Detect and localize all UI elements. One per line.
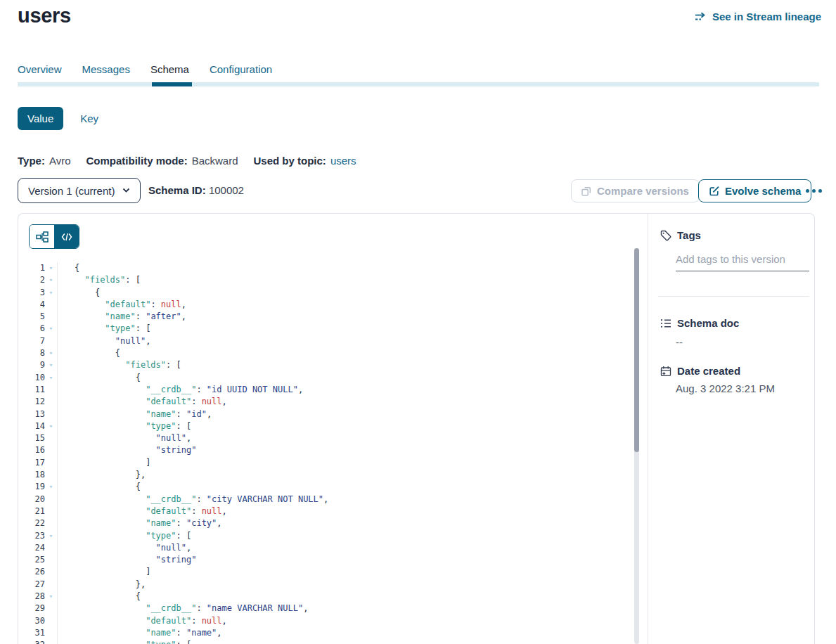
code-text[interactable]: { — [57, 591, 623, 603]
tree-view-button[interactable] — [30, 225, 54, 248]
fold-toggle-icon[interactable]: ▾ — [45, 347, 57, 359]
code-line: 23▾ "type": [ — [18, 530, 623, 542]
schema-sidebar: Tags Schema doc -- — [648, 214, 815, 644]
code-line: 20 "__crdb__": "city VARCHAR NOT NULL", — [18, 494, 623, 505]
fold-toggle-icon[interactable]: ▾ — [45, 639, 57, 644]
fold-toggle-icon[interactable]: ▾ — [45, 530, 57, 542]
code-text[interactable]: "default": null, — [57, 396, 623, 408]
code-line: 29 "__crdb__": "name VARCHAR NULL", — [18, 603, 623, 614]
code-view-button[interactable] — [54, 225, 79, 248]
code-text[interactable]: "default": null, — [57, 299, 623, 311]
line-number: 10 — [18, 372, 45, 384]
fold-spacer — [45, 432, 57, 444]
code-text[interactable]: { — [57, 372, 623, 384]
line-number: 29 — [18, 603, 45, 614]
fold-toggle-icon[interactable]: ▾ — [45, 359, 57, 371]
code-text[interactable]: }, — [57, 469, 623, 481]
schema-doc-heading-label: Schema doc — [677, 317, 739, 329]
code-text[interactable]: }, — [57, 579, 623, 591]
code-text[interactable]: ] — [57, 566, 623, 578]
line-number: 6 — [18, 323, 45, 335]
code-text[interactable]: "type": [ — [57, 530, 623, 542]
fold-spacer — [45, 335, 57, 347]
fold-spacer — [45, 554, 57, 566]
code-text[interactable]: "null", — [57, 335, 623, 347]
value-tab-button[interactable]: Value — [18, 107, 63, 130]
code-text[interactable]: "type": [ — [57, 639, 623, 644]
schema-id-value: 100002 — [209, 184, 244, 196]
code-text[interactable]: "name": "after", — [57, 311, 623, 323]
code-line: 8▾ { — [18, 347, 623, 359]
sidebar-divider — [658, 296, 809, 297]
fold-toggle-icon[interactable]: ▾ — [45, 323, 57, 335]
code-text[interactable]: "name": "city", — [57, 517, 623, 529]
code-text[interactable]: "string" — [57, 444, 623, 456]
code-text[interactable]: "type": [ — [57, 323, 623, 335]
fold-spacer — [45, 311, 57, 323]
fold-toggle-icon[interactable]: ▾ — [45, 372, 57, 384]
line-number: 24 — [18, 542, 45, 554]
line-number: 7 — [18, 335, 45, 347]
type-label: Type: — [18, 155, 45, 167]
fold-toggle-icon[interactable]: ▾ — [45, 420, 57, 432]
line-number: 3 — [18, 287, 45, 299]
code-text[interactable]: "name": "id", — [57, 408, 623, 420]
code-text[interactable]: "fields": [ — [57, 359, 623, 371]
fold-toggle-icon[interactable]: ▾ — [45, 481, 57, 493]
code-text[interactable]: "__crdb__": "id UUID NOT NULL", — [57, 384, 623, 396]
line-number: 18 — [18, 469, 45, 481]
tab-messages[interactable]: Messages — [82, 63, 130, 75]
code-lines: 1▾{2▾ "fields": [3▾ {4 "default": null,5… — [18, 262, 623, 644]
fold-toggle-icon[interactable]: ▾ — [45, 262, 57, 274]
code-text[interactable]: { — [57, 262, 623, 274]
code-text[interactable]: "type": [ — [57, 420, 623, 432]
evolve-schema-label: Evolve schema — [725, 185, 801, 197]
code-text[interactable]: { — [57, 287, 623, 299]
fold-spacer — [45, 396, 57, 408]
code-line: 21 "default": null, — [18, 505, 623, 517]
fold-toggle-icon[interactable]: ▾ — [45, 591, 57, 603]
tab-configuration[interactable]: Configuration — [210, 63, 272, 75]
code-text[interactable]: ] — [57, 457, 623, 469]
code-text[interactable]: "default": null, — [57, 615, 623, 627]
line-number: 9 — [18, 359, 45, 371]
code-text[interactable]: "name": "name", — [57, 627, 623, 639]
version-select[interactable]: Version 1 (current) — [18, 178, 141, 203]
tags-input[interactable] — [676, 250, 809, 271]
code-line: 16 "string" — [18, 444, 623, 456]
code-text[interactable]: "__crdb__": "name VARCHAR NULL", — [57, 603, 623, 614]
code-text[interactable]: { — [57, 347, 623, 359]
code-view-icon — [61, 233, 72, 241]
code-text[interactable]: "null", — [57, 432, 623, 444]
fold-spacer — [45, 517, 57, 529]
code-text[interactable]: "default": null, — [57, 505, 623, 517]
line-number: 27 — [18, 579, 45, 591]
more-actions-button[interactable] — [806, 179, 822, 202]
code-line: 28▾ { — [18, 591, 623, 603]
tab-overview[interactable]: Overview — [18, 63, 62, 75]
fold-toggle-icon[interactable]: ▾ — [45, 287, 57, 299]
stream-lineage-link[interactable]: See in Stream lineage — [695, 11, 821, 22]
tab-bar: Overview Messages Schema Configuration — [18, 63, 272, 75]
editor-view-toggle — [29, 224, 79, 249]
ellipsis-icon — [806, 189, 809, 193]
key-tab-button[interactable]: Key — [80, 112, 98, 124]
evolve-schema-button[interactable]: Evolve schema — [698, 179, 811, 202]
page-title: users — [18, 4, 71, 27]
compare-versions-button[interactable]: Compare versions — [571, 179, 700, 202]
copy-icon — [581, 186, 591, 196]
code-text[interactable]: "fields": [ — [57, 274, 623, 286]
topic-label: Used by topic: — [254, 155, 326, 167]
code-text[interactable]: "string" — [57, 554, 623, 566]
tab-schema[interactable]: Schema — [150, 63, 189, 75]
fold-toggle-icon[interactable]: ▾ — [45, 274, 57, 286]
line-number: 12 — [18, 396, 45, 408]
topic-link[interactable]: users — [330, 155, 356, 167]
code-text[interactable]: { — [57, 481, 623, 493]
editor-scrollbar-thumb[interactable] — [634, 248, 639, 452]
value-key-toggle: Value Key — [18, 107, 98, 130]
fold-spacer — [45, 444, 57, 456]
code-text[interactable]: "__crdb__": "city VARCHAR NOT NULL", — [57, 494, 623, 505]
code-line: 19▾ { — [18, 481, 623, 493]
code-text[interactable]: "null", — [57, 542, 623, 554]
